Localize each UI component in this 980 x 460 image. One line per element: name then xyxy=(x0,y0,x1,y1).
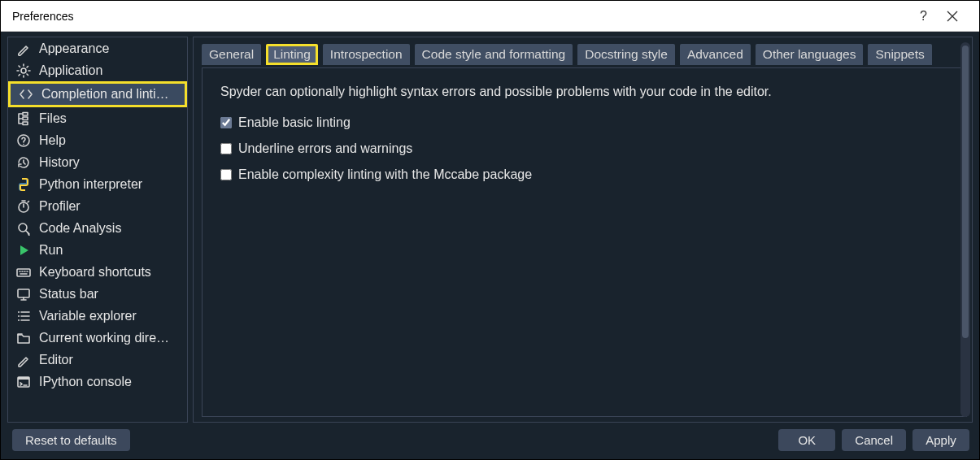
sidebar-item-label: Current working dire… xyxy=(39,331,169,345)
cancel-button[interactable]: Cancel xyxy=(842,429,906,451)
folder-icon xyxy=(16,331,31,345)
checkbox-row[interactable]: Underline errors and warnings xyxy=(220,141,948,156)
close-icon xyxy=(947,11,958,22)
settings-panel: GeneralLintingIntrospectionCode style an… xyxy=(193,37,973,423)
sidebar-item-folder[interactable]: Current working dire… xyxy=(8,327,187,349)
sidebar-item-label: Variable explorer xyxy=(39,309,137,323)
sidebar-item-label: Appearance xyxy=(39,41,109,56)
dialog-footer: Reset to defaults OK Cancel Apply xyxy=(1,423,979,459)
python-icon xyxy=(16,177,31,192)
svg-rect-9 xyxy=(18,289,29,297)
svg-point-5 xyxy=(23,143,24,145)
checkbox-row[interactable]: Enable complexity linting with the Mccab… xyxy=(220,167,948,182)
tab-advanced[interactable]: Advanced xyxy=(680,44,751,65)
svg-rect-3 xyxy=(23,122,28,125)
close-button[interactable] xyxy=(937,11,968,22)
sidebar-item-label: Files xyxy=(39,111,67,126)
tab-linting[interactable]: Linting xyxy=(266,44,318,65)
checkbox-input[interactable] xyxy=(220,169,232,180)
sidebar-item-label: Completion and linti… xyxy=(41,87,169,102)
svg-rect-1 xyxy=(23,112,28,115)
sidebar-item-tree[interactable]: Files xyxy=(8,107,187,129)
play-icon xyxy=(16,243,31,258)
titlebar: Preferences ? xyxy=(1,1,979,32)
sidebar-item-list[interactable]: Variable explorer xyxy=(8,305,187,327)
svg-point-0 xyxy=(21,68,26,73)
sidebar-item-help[interactable]: Help xyxy=(8,129,187,151)
sidebar-item-brush[interactable]: Appearance xyxy=(8,37,187,59)
sidebar-item-label: Help xyxy=(39,133,66,148)
monitor-icon xyxy=(16,287,31,302)
pane-description: Spyder can optionally highlight syntax e… xyxy=(220,85,948,99)
tab-code-style-and-formatting[interactable]: Code style and formatting xyxy=(415,44,573,65)
svg-rect-14 xyxy=(18,377,29,380)
sidebar-item-search[interactable]: Code Analysis xyxy=(8,217,187,239)
checkbox-label: Enable complexity linting with the Mccab… xyxy=(238,167,532,182)
sidebar-item-pencil[interactable]: Editor xyxy=(8,349,187,371)
tab-content: Spyder can optionally highlight syntax e… xyxy=(202,67,967,417)
gear-icon xyxy=(16,63,31,78)
svg-point-10 xyxy=(18,311,20,313)
angles-icon xyxy=(19,87,33,102)
category-sidebar: AppearanceApplicationCompletion and lint… xyxy=(7,37,188,423)
sidebar-item-label: IPython console xyxy=(39,375,132,389)
sidebar-item-history[interactable]: History xyxy=(8,151,187,173)
help-button[interactable]: ? xyxy=(910,9,937,24)
scrollbar-thumb[interactable] xyxy=(962,46,969,338)
tab-bar: GeneralLintingIntrospectionCode style an… xyxy=(202,44,967,65)
svg-rect-2 xyxy=(23,117,28,120)
checkbox-input[interactable] xyxy=(220,117,232,128)
brush-icon xyxy=(16,41,31,56)
tab-introspection[interactable]: Introspection xyxy=(323,44,410,65)
sidebar-item-label: Run xyxy=(39,243,63,258)
checkbox-input[interactable] xyxy=(220,143,232,154)
sidebar-item-label: Keyboard shortcuts xyxy=(39,265,151,280)
sidebar-item-label: Application xyxy=(39,63,102,78)
tab-docstring-style[interactable]: Docstring style xyxy=(577,44,675,65)
sidebar-item-python[interactable]: Python interpreter xyxy=(8,173,187,195)
help-icon xyxy=(16,133,31,148)
sidebar-item-label: History xyxy=(39,155,80,170)
sidebar-item-monitor[interactable]: Status bar xyxy=(8,283,187,305)
sidebar-item-label: Editor xyxy=(39,353,73,367)
tree-icon xyxy=(16,111,31,126)
apply-button[interactable]: Apply xyxy=(912,429,969,451)
keyboard-icon xyxy=(16,265,31,280)
svg-point-11 xyxy=(18,315,20,317)
sidebar-item-terminal[interactable]: IPython console xyxy=(8,371,187,393)
search-icon xyxy=(16,221,31,236)
sidebar-item-angles[interactable]: Completion and linti… xyxy=(8,81,187,107)
sidebar-item-label: Python interpreter xyxy=(39,177,142,192)
pencil-icon xyxy=(16,353,31,367)
list-icon xyxy=(16,309,31,323)
terminal-icon xyxy=(16,375,31,389)
stopwatch-icon xyxy=(16,199,31,214)
checkbox-row[interactable]: Enable basic linting xyxy=(220,115,948,130)
tab-general[interactable]: General xyxy=(202,44,261,65)
sidebar-item-gear[interactable]: Application xyxy=(8,59,187,81)
ok-button[interactable]: OK xyxy=(778,429,835,451)
sidebar-item-keyboard[interactable]: Keyboard shortcuts xyxy=(8,261,187,283)
window-title: Preferences xyxy=(12,10,73,23)
history-icon xyxy=(16,155,31,170)
content-scrollbar[interactable] xyxy=(960,42,970,417)
sidebar-item-label: Code Analysis xyxy=(39,221,121,236)
sidebar-item-label: Status bar xyxy=(39,287,98,302)
tab-other-languages[interactable]: Other languages xyxy=(756,44,864,65)
checkbox-label: Enable basic linting xyxy=(238,115,351,130)
checkbox-label: Underline errors and warnings xyxy=(238,141,412,156)
sidebar-item-stopwatch[interactable]: Profiler xyxy=(8,195,187,217)
tab-snippets[interactable]: Snippets xyxy=(868,44,931,65)
reset-defaults-button[interactable]: Reset to defaults xyxy=(12,429,130,451)
svg-rect-8 xyxy=(17,269,30,276)
sidebar-item-label: Profiler xyxy=(39,199,81,214)
sidebar-item-play[interactable]: Run xyxy=(8,239,187,261)
svg-point-12 xyxy=(18,319,20,321)
